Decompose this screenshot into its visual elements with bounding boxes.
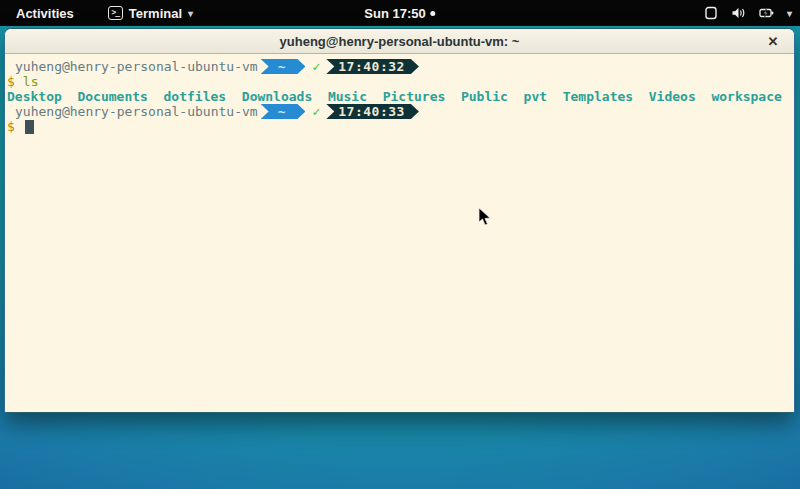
battery-charging-icon xyxy=(759,6,774,20)
cwd-label: ~ xyxy=(278,59,286,74)
time-badge: 17:40:33 xyxy=(326,104,419,119)
close-icon[interactable]: ✕ xyxy=(764,32,782,50)
prompt-line: yuheng@henry-personal-ubuntu-vm ~ ✓ 17:4… xyxy=(7,59,792,74)
volume-icon xyxy=(731,6,746,20)
clock-label: Sun 17:50 xyxy=(364,6,425,21)
chevron-down-icon: ▾ xyxy=(787,8,792,19)
directory-listing: Desktop Documents dotfiles Downloads Mus… xyxy=(7,89,782,104)
cwd-label: ~ xyxy=(278,104,286,119)
check-icon: ✓ xyxy=(312,104,320,119)
prompt-user: yuheng@henry-personal-ubuntu-vm xyxy=(15,59,258,74)
time-label: 17:40:32 xyxy=(338,59,405,74)
prompt-symbol: $ xyxy=(7,119,15,134)
system-status-menu[interactable]: ▾ xyxy=(704,0,792,26)
prompt-line: yuheng@henry-personal-ubuntu-vm ~ ✓ 17:4… xyxy=(7,104,792,119)
window-title: yuheng@henry-personal-ubuntu-vm: ~ xyxy=(280,34,520,49)
prompt-user: yuheng@henry-personal-ubuntu-vm xyxy=(15,104,258,119)
app-menu-label: Terminal xyxy=(129,6,182,21)
time-badge: 17:40:32 xyxy=(326,59,419,74)
ls-output-line: Desktop Documents dotfiles Downloads Mus… xyxy=(7,89,792,104)
top-bar: Activities >_ Terminal ▾ Sun 17:50 xyxy=(0,0,800,26)
terminal-content[interactable]: yuheng@henry-personal-ubuntu-vm ~ ✓ 17:4… xyxy=(5,54,794,412)
window-titlebar[interactable]: yuheng@henry-personal-ubuntu-vm: ~ ✕ xyxy=(5,29,794,54)
command-line: $ ls xyxy=(7,74,792,89)
command-text: ls xyxy=(23,74,39,89)
time-label: 17:40:33 xyxy=(338,104,405,119)
screen-icon xyxy=(704,6,718,20)
clock-button[interactable]: Sun 17:50 xyxy=(364,0,435,26)
terminal-icon: >_ xyxy=(108,6,123,20)
activities-button[interactable]: Activities xyxy=(10,4,80,23)
app-menu-terminal[interactable]: >_ Terminal ▾ xyxy=(108,6,193,21)
cwd-badge: ~ xyxy=(261,59,306,74)
check-icon: ✓ xyxy=(312,59,320,74)
prompt-symbol: $ xyxy=(7,74,15,89)
chevron-down-icon: ▾ xyxy=(188,8,193,19)
desktop: Activities >_ Terminal ▾ Sun 17:50 xyxy=(0,0,800,489)
terminal-window: yuheng@henry-personal-ubuntu-vm: ~ ✕ yuh… xyxy=(4,28,795,413)
terminal-cursor xyxy=(25,120,34,134)
notification-dot xyxy=(431,11,436,16)
cwd-badge: ~ xyxy=(261,104,306,119)
input-line: $ xyxy=(7,119,792,134)
